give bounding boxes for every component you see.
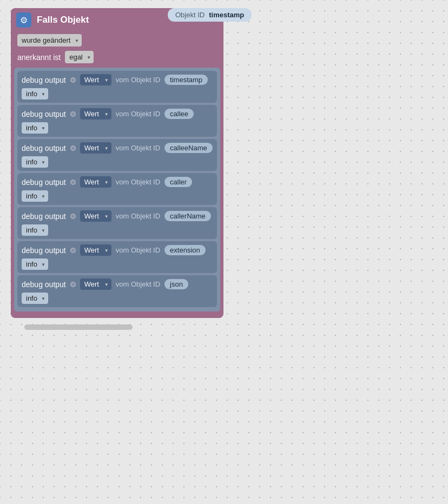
wert-select-3[interactable]: Wert	[80, 176, 111, 188]
debug-label-4: debug output	[22, 212, 66, 221]
debug-block-1: debug output Wert vom Objekt ID callee i…	[17, 105, 217, 137]
condition-wurde-row: wurde geändert	[11, 32, 223, 49]
main-container: ⚙ Falls Objekt wurde geändert anerkannt …	[0, 0, 448, 338]
wert-select-5[interactable]: Wert	[80, 244, 111, 256]
info-dropdown-wrapper-2[interactable]: info	[22, 156, 48, 168]
debug-top-row-3: debug output Wert vom Objekt ID caller	[22, 176, 213, 188]
connector-1	[70, 111, 76, 117]
debug-top-row-0: debug output Wert vom Objekt ID timestam…	[22, 74, 213, 85]
debug-top-row-1: debug output Wert vom Objekt ID callee	[22, 108, 213, 120]
wert-dropdown-wrapper-1[interactable]: Wert	[80, 108, 111, 120]
debug-bottom-row-4: info	[22, 224, 213, 236]
debug-label-5: debug output	[22, 246, 66, 255]
debug-block-4: debug output Wert vom Objekt ID callerNa…	[17, 207, 217, 239]
objekt-id-text-4: vom Objekt ID	[116, 212, 160, 220]
connector-5	[70, 248, 76, 253]
debug-bottom-row-2: info	[22, 156, 213, 168]
gear-icon: ⚙	[16, 12, 31, 28]
connector-4	[70, 214, 76, 219]
info-select-0[interactable]: info	[22, 88, 48, 100]
wert-dropdown-wrapper-5[interactable]: Wert	[80, 244, 111, 256]
debug-label-1: debug output	[22, 110, 66, 118]
debug-block-3: debug output Wert vom Objekt ID caller i…	[17, 173, 217, 205]
id-value-pill-3: caller	[164, 177, 192, 187]
objekt-id-text-3: vom Objekt ID	[116, 178, 160, 186]
info-select-1[interactable]: info	[22, 122, 48, 134]
inner-content: debug output Wert vom Objekt ID timestam…	[14, 68, 220, 311]
info-select-2[interactable]: info	[22, 156, 48, 168]
wert-dropdown-wrapper-2[interactable]: Wert	[80, 142, 111, 154]
wert-select-6[interactable]: Wert	[80, 278, 111, 290]
id-value-pill-0: timestamp	[164, 75, 208, 85]
horizontal-scrollbar[interactable]	[24, 324, 133, 330]
info-select-5[interactable]: info	[22, 258, 48, 270]
debug-bottom-row-6: info	[22, 293, 213, 304]
wurde-dropdown-wrapper[interactable]: wurde geändert	[17, 34, 82, 47]
info-select-6[interactable]: info	[22, 293, 48, 304]
debug-bottom-row-0: info	[22, 88, 213, 100]
wert-dropdown-wrapper-6[interactable]: Wert	[80, 278, 111, 290]
connector-6	[70, 282, 76, 287]
id-value-pill-1: callee	[164, 109, 194, 119]
debug-bottom-row-1: info	[22, 122, 213, 134]
wert-dropdown-wrapper-0[interactable]: Wert	[80, 74, 111, 85]
debug-label-0: debug output	[22, 76, 66, 84]
debug-bottom-row-3: info	[22, 190, 213, 202]
debug-block-0: debug output Wert vom Objekt ID timestam…	[17, 71, 217, 103]
objekt-id-text-1: vom Objekt ID	[116, 110, 160, 118]
debug-label-6: debug output	[22, 280, 66, 289]
debug-top-row-5: debug output Wert vom Objekt ID extensio…	[22, 244, 213, 256]
scrollbar-container	[14, 324, 437, 330]
info-dropdown-wrapper-0[interactable]: info	[22, 88, 48, 100]
debug-top-row-2: debug output Wert vom Objekt ID calleeNa…	[22, 142, 213, 154]
wert-select-4[interactable]: Wert	[80, 210, 111, 222]
wert-select-2[interactable]: Wert	[80, 142, 111, 154]
anerkannt-label: anerkannt ist	[17, 53, 61, 62]
objekt-id-text-0: vom Objekt ID	[116, 76, 160, 84]
info-dropdown-wrapper-5[interactable]: info	[22, 258, 48, 270]
condition-anerkannt-row: anerkannt ist egal	[11, 49, 223, 65]
id-value-pill-6: json	[164, 279, 188, 289]
info-dropdown-wrapper-3[interactable]: info	[22, 190, 48, 202]
falls-title: Falls Objekt	[37, 15, 89, 25]
info-select-3[interactable]: info	[22, 190, 48, 202]
egal-dropdown[interactable]: egal	[65, 51, 94, 63]
info-dropdown-wrapper-1[interactable]: info	[22, 122, 48, 134]
objekt-id-badge-label: Objekt ID	[175, 11, 205, 19]
connector-0	[70, 77, 76, 83]
wert-dropdown-wrapper-4[interactable]: Wert	[80, 210, 111, 222]
debug-label-2: debug output	[22, 144, 66, 152]
objekt-id-badge-value: timestamp	[209, 11, 244, 19]
wurde-geaendert-dropdown[interactable]: wurde geändert	[17, 34, 82, 47]
debug-block-6: debug output Wert vom Objekt ID json inf…	[17, 275, 217, 307]
id-value-pill-4: callerName	[164, 211, 211, 221]
connector-2	[70, 145, 76, 151]
objekt-id-badge: Objekt ID timestamp	[168, 8, 252, 22]
debug-label-3: debug output	[22, 178, 66, 187]
objekt-id-text-2: vom Objekt ID	[116, 144, 160, 152]
connector-3	[70, 180, 76, 185]
debug-top-row-6: debug output Wert vom Objekt ID json	[22, 278, 213, 290]
wert-select-0[interactable]: Wert	[80, 74, 111, 85]
info-dropdown-wrapper-4[interactable]: info	[22, 224, 48, 236]
id-value-pill-2: calleeName	[164, 143, 213, 153]
debug-block-5: debug output Wert vom Objekt ID extensio…	[17, 241, 217, 273]
falls-block: ⚙ Falls Objekt wurde geändert anerkannt …	[11, 8, 223, 318]
id-value-pill-5: extension	[164, 245, 206, 255]
info-dropdown-wrapper-6[interactable]: info	[22, 293, 48, 304]
debug-bottom-row-5: info	[22, 258, 213, 270]
wert-select-1[interactable]: Wert	[80, 108, 111, 120]
objekt-id-text-6: vom Objekt ID	[116, 280, 160, 288]
info-select-4[interactable]: info	[22, 224, 48, 236]
objekt-id-text-5: vom Objekt ID	[116, 246, 160, 254]
egal-dropdown-wrapper[interactable]: egal	[65, 51, 94, 63]
debug-block-2: debug output Wert vom Objekt ID calleeNa…	[17, 139, 217, 171]
debug-top-row-4: debug output Wert vom Objekt ID callerNa…	[22, 210, 213, 222]
wert-dropdown-wrapper-3[interactable]: Wert	[80, 176, 111, 188]
